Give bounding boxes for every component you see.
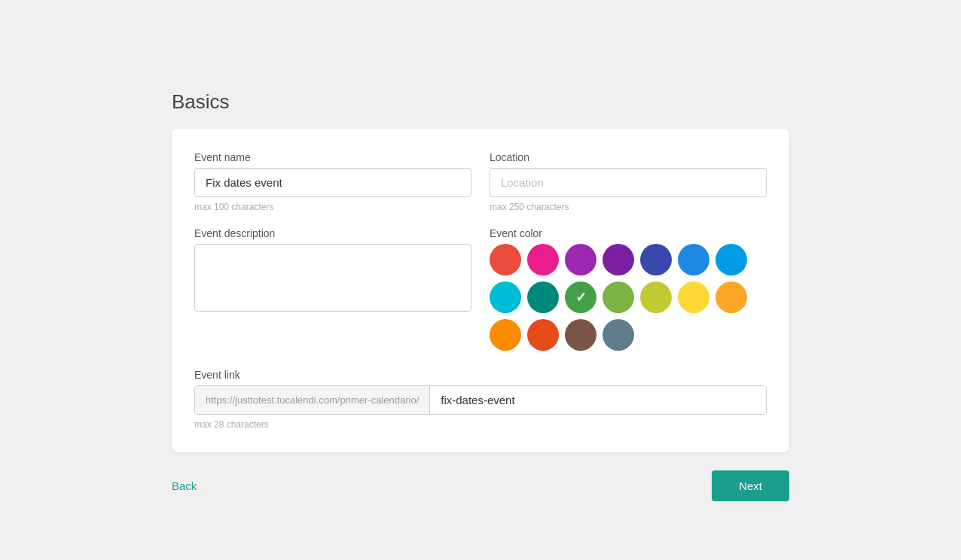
color-swatch-magenta[interactable]: [565, 244, 596, 275]
color-swatch-green[interactable]: [565, 282, 596, 313]
color-swatch-cyan[interactable]: [490, 282, 521, 313]
event-link-input[interactable]: [430, 386, 766, 414]
color-swatch-dark-blue[interactable]: [640, 244, 672, 275]
event-description-label: Event description: [194, 227, 471, 239]
right-column: Location max 250 characters Event color: [490, 151, 767, 351]
color-swatch-red[interactable]: [490, 244, 521, 275]
event-name-hint: max 100 characters: [194, 202, 471, 212]
color-swatch-deep-orange[interactable]: [527, 319, 559, 351]
back-button[interactable]: Back: [172, 473, 197, 498]
color-swatch-light-blue[interactable]: [715, 244, 747, 275]
event-name-label: Event name: [194, 151, 471, 163]
location-label: Location: [490, 151, 767, 163]
left-column: Event name max 100 characters Event desc…: [194, 151, 471, 351]
location-hint: max 250 characters: [490, 202, 767, 212]
event-link-label: Event link: [194, 369, 767, 381]
color-swatch-amber[interactable]: [715, 282, 747, 313]
color-swatch-orange[interactable]: [490, 319, 521, 351]
color-swatch-purple[interactable]: [603, 244, 634, 275]
event-description-input[interactable]: [194, 244, 471, 312]
color-swatch-lime-green[interactable]: [603, 282, 634, 313]
color-swatch-slate[interactable]: [603, 319, 634, 351]
color-swatch-crimson[interactable]: [527, 244, 559, 275]
color-swatch-blue[interactable]: [678, 244, 709, 275]
link-prefix: https://justtotest.tucalendi.com/primer-…: [195, 386, 430, 414]
event-color-label: Event color: [490, 227, 767, 239]
event-link-wrapper: https://justtotest.tucalendi.com/primer-…: [194, 385, 767, 415]
color-swatch-teal[interactable]: [527, 282, 559, 313]
location-input[interactable]: [490, 168, 767, 197]
event-name-input[interactable]: [194, 168, 471, 197]
color-swatch-yellow[interactable]: [678, 282, 709, 313]
basics-card: Event name max 100 characters Event desc…: [172, 129, 789, 452]
event-link-hint: max 28 characters: [194, 419, 767, 430]
next-button[interactable]: Next: [712, 470, 789, 501]
color-swatch-yellow-green[interactable]: [640, 282, 672, 313]
page-title: Basics: [172, 90, 789, 114]
color-grid: [490, 244, 767, 351]
color-swatch-brown[interactable]: [565, 319, 596, 351]
